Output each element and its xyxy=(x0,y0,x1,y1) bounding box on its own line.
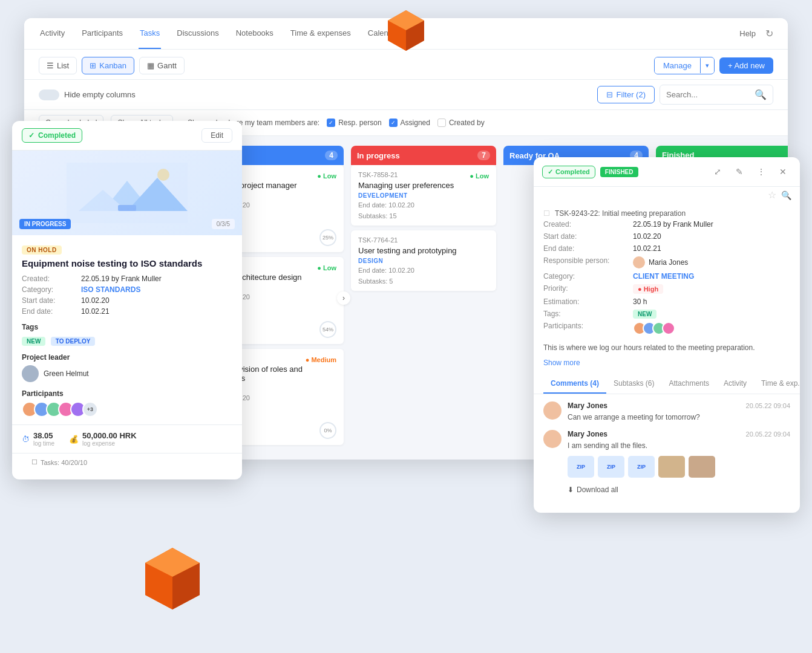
progress-circle: 25% xyxy=(319,229,336,246)
task-card-7858[interactable]: TSK-7858-21 ● Low Managing user preferen… xyxy=(351,165,496,226)
attachment-zip-1[interactable]: ZIP xyxy=(568,456,594,478)
comment-author-1: Mary Jones xyxy=(568,401,607,410)
priority-badge: ● Low xyxy=(317,264,336,271)
tab-subtasks[interactable]: Subtasks (6) xyxy=(606,374,661,394)
priority-value: ● High xyxy=(633,284,790,294)
tab-discussions[interactable]: Discussions xyxy=(175,18,220,49)
manage-arrow-btn[interactable]: ▾ xyxy=(700,58,714,73)
priority-label: Priority: xyxy=(543,284,628,294)
category-label: Category: xyxy=(22,285,76,294)
edit-button[interactable]: Edit xyxy=(201,128,232,143)
responsible-label: Responsible person: xyxy=(543,256,628,268)
category-value: CLIENT MEETING xyxy=(633,272,790,281)
col-nav-arrow[interactable]: › xyxy=(337,291,350,305)
expand-icon[interactable]: ⤢ xyxy=(709,163,726,180)
manage-main-btn[interactable]: Manage xyxy=(655,57,700,74)
task-title: Managing user preferences xyxy=(358,181,489,190)
detail-card-header: ✓ Completed Edit xyxy=(12,121,242,151)
close-icon[interactable]: ✕ xyxy=(774,163,791,180)
project-leader-title: Project leader xyxy=(22,353,232,362)
right-task-meta: Created: 22.05.19 by Frank Muller Start … xyxy=(543,220,790,335)
download-icon: ⬇ xyxy=(568,486,574,494)
start-label: Start date: xyxy=(22,296,76,305)
hide-empty-toggle[interactable] xyxy=(39,89,59,100)
project-leader-item: Green Helmut xyxy=(22,365,232,382)
svg-rect-17 xyxy=(118,205,136,211)
participants-more: +3 xyxy=(82,401,98,417)
tab-tasks[interactable]: Tasks xyxy=(139,18,161,49)
comment-author-2: Mary Jones xyxy=(568,430,607,438)
estimation-label: Estimation: xyxy=(543,297,628,306)
comment-text-1: Can we arrange a meeting for tomorrow? xyxy=(568,412,790,423)
edit-icon[interactable]: ✎ xyxy=(731,163,748,180)
list-view-btn[interactable]: ☰ List xyxy=(39,57,77,74)
log-time-label: log time xyxy=(33,440,54,447)
detail-image: IN PROGRESS 0/3/5 xyxy=(12,151,242,235)
attachment-img-1[interactable] xyxy=(658,456,685,478)
task-title: User testing and prototyping xyxy=(358,246,489,255)
show-more-link[interactable]: Show more xyxy=(543,359,790,367)
resp-person-checkbox[interactable]: ✓ Resp. person xyxy=(327,119,381,127)
task-id: TSK-7764-21 xyxy=(358,236,398,244)
more-icon[interactable]: ⋮ xyxy=(753,163,770,180)
task-id: TSK-7858-21 xyxy=(358,171,398,178)
resp-person-check-icon: ✓ xyxy=(327,119,335,127)
end-value: 10.02.21 xyxy=(633,244,790,253)
hide-empty-toggle-row: Hide empty columns xyxy=(39,89,136,100)
attachment-zip-3[interactable]: ZIP xyxy=(628,456,655,478)
task-description: This is where we log our hours related t… xyxy=(543,342,790,354)
attachment-zip-2[interactable]: ZIP xyxy=(598,456,624,478)
tab-activity[interactable]: Activity xyxy=(39,18,66,49)
finished-tag: FINISHED xyxy=(600,167,638,177)
right-task-detail-panel: ✓ Completed FINISHED ⤢ ✎ ⋮ ✕ ☆ 🔍 ☐ TSK-9… xyxy=(534,157,800,513)
subtasks-label: Subtasks: 5 xyxy=(358,278,393,285)
orange-cube-bottom xyxy=(133,542,212,623)
clock-icon: ⏱ xyxy=(22,435,30,444)
task-date: End date: 10.02.20 xyxy=(358,201,489,209)
col-count-in-progress: 7 xyxy=(477,151,490,160)
help-label: Help xyxy=(739,29,756,38)
comment-1: Mary Jones 20.05.22 09:04 Can we arrange… xyxy=(543,401,790,423)
created-by-checkbox[interactable]: Created by xyxy=(437,119,485,127)
comment-avatar-2 xyxy=(543,430,562,448)
participants-avatars: +3 xyxy=(22,401,232,417)
leader-avatar xyxy=(22,365,39,382)
progress-circle: 54% xyxy=(319,321,336,338)
search-icon[interactable]: 🔍 xyxy=(781,190,791,200)
toolbar-right: Manage ▾ + Add new xyxy=(654,57,773,74)
tab-participants[interactable]: Participants xyxy=(80,18,124,49)
tag-deploy: TO DEPLOY xyxy=(51,337,96,346)
download-all-button[interactable]: ⬇ Download all xyxy=(568,482,790,497)
filter-button[interactable]: ⊟ Filter (2) xyxy=(597,86,655,103)
tab-activity[interactable]: Activity xyxy=(716,374,754,394)
tab-notebooks[interactable]: Notebooks xyxy=(235,18,275,49)
search-input[interactable] xyxy=(666,90,751,99)
search-box[interactable]: 🔍 xyxy=(660,85,773,105)
priority-badge: ● High xyxy=(633,284,663,294)
tab-comments[interactable]: Comments (4) xyxy=(543,374,606,394)
detail-task-title: Equipment noise testing to ISO standards xyxy=(22,258,232,268)
gantt-icon: ▦ xyxy=(147,61,154,70)
kanban-view-btn[interactable]: ⊞ Kanban xyxy=(82,57,134,74)
participants-avatars-right xyxy=(633,322,790,335)
task-category: DESIGN xyxy=(358,258,489,264)
attachment-img-2[interactable] xyxy=(689,456,715,478)
tab-time-expenses[interactable]: Time & expenses xyxy=(289,18,352,49)
comment-content-2: Mary Jones 20.05.22 09:04 I am sending a… xyxy=(568,430,790,497)
tags-section: Tags NEW TO DEPLOY xyxy=(22,323,232,346)
manage-button-group: Manage ▾ xyxy=(654,57,715,74)
assigned-checkbox[interactable]: ✓ Assigned xyxy=(389,119,430,127)
tag-new: NEW xyxy=(22,337,45,346)
hide-empty-label: Hide empty columns xyxy=(64,90,136,99)
add-new-btn[interactable]: + Add new xyxy=(719,57,773,74)
check-icon: ✓ xyxy=(28,131,34,140)
star-icon[interactable]: ☆ xyxy=(768,189,776,201)
right-header-status: ✓ Completed FINISHED xyxy=(542,166,704,178)
tab-time-exp[interactable]: Time & exp. xyxy=(754,374,800,394)
leader-name: Green Helmut xyxy=(44,369,89,378)
task-card-7764[interactable]: TSK-7764-21 User testing and prototyping… xyxy=(351,230,496,291)
end-label: End date: xyxy=(22,307,76,316)
tab-attachments[interactable]: Attachments xyxy=(661,374,716,394)
refresh-icon[interactable]: ↻ xyxy=(765,28,773,39)
gantt-view-btn[interactable]: ▦ Gantt xyxy=(139,57,185,74)
